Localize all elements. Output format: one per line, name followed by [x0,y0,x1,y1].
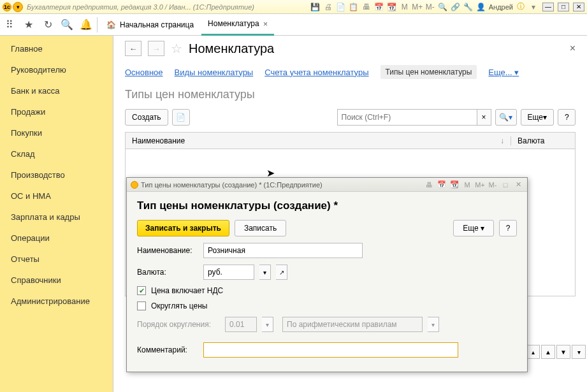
more-button[interactable]: Еще ▾ [521,109,554,126]
nav-back[interactable]: ← [125,41,141,56]
search-clear[interactable]: × [477,109,491,126]
link-pricetypes[interactable]: Типы цен номенклатуры [380,65,477,79]
round-dd: ▾ [262,317,273,332]
page-close-icon[interactable]: × [570,43,576,54]
dialog-wintitle: Тип цены номенклатуры (создание) * (1С:П… [141,181,421,189]
dialog-help-button[interactable]: ? [499,220,517,236]
sidebar-item-salary[interactable]: Зарплата и кадры [0,207,113,228]
dialog-price-type: Тип цены номенклатуры (создание) * (1С:П… [126,177,528,372]
checkbox-round[interactable] [137,301,146,310]
sidebar-item-reports[interactable]: Отчеты [0,249,113,270]
name-input[interactable] [203,243,363,258]
link-icon[interactable]: 🔗 [451,2,461,12]
save-close-button[interactable]: Записать и закрыть [137,220,229,236]
copy-icon[interactable]: 📋 [349,2,359,12]
tab-close-icon[interactable]: × [263,19,268,29]
minimize-button[interactable]: — [542,3,554,11]
label-round-order: Порядок округления: [137,320,220,329]
d-print-icon[interactable]: 🖶 [424,180,434,190]
section-links: Основное Виды номенклатуры Счета учета н… [125,65,576,79]
save-icon[interactable]: 💾 [310,2,321,12]
search-tb-icon[interactable]: 🔍 [57,14,76,36]
label-currency: Валюта: [137,268,198,277]
sidebar-item-admin[interactable]: Администрирование [0,291,113,312]
page-title: Номенклатура [189,41,274,56]
fav-star-icon[interactable]: ☆ [171,41,182,56]
mplus-icon[interactable]: M+ [412,2,423,12]
sidebar-item-stock[interactable]: Склад [0,143,113,164]
apps-icon[interactable]: ⠿ [0,14,19,36]
search-input[interactable] [337,109,477,126]
sidebar-item-manager[interactable]: Руководителю [0,59,113,80]
home-icon: 🏠 [106,20,116,29]
tools-icon[interactable]: 🔧 [463,2,474,12]
d-close-icon[interactable]: ✕ [513,180,523,190]
sidebar-item-production[interactable]: Производство [0,164,113,185]
comment-input[interactable] [203,342,458,358]
scroll-top[interactable]: ▴ [526,345,540,359]
app-titlebar: 1c ▾ Бухгалтерия предприятия, редакция 3… [0,0,587,14]
maximize-button[interactable]: □ [558,3,569,11]
sidebar-item-bank[interactable]: Банк и касса [0,80,113,101]
print-icon[interactable]: 🖨 [323,2,333,12]
mminus-icon[interactable]: M- [425,2,435,12]
doc-icon[interactable]: 📄 [336,2,346,12]
print2-icon[interactable]: 🖶 [361,2,372,12]
scroll-controls: ▴ ▲ ▼ ▾ [526,345,586,359]
scroll-up[interactable]: ▲ [541,345,555,359]
d-calc-icon[interactable]: 📅 [437,180,447,190]
dialog-more-button[interactable]: Еще ▾ [453,220,494,236]
label-name: Наименование: [137,246,198,255]
user-label[interactable]: Андрей [489,3,513,11]
close-button[interactable]: ✕ [573,3,584,11]
sort-icon: ↓ [500,136,504,145]
nav-fwd[interactable]: → [148,41,164,56]
currency-input[interactable] [203,265,254,280]
home-label: Начальная страница [120,20,194,29]
d-m-icon[interactable]: M [462,180,472,190]
history-icon[interactable]: ↻ [38,14,57,36]
adv-search-button[interactable]: 🔍▾ [495,109,517,126]
link-kinds[interactable]: Виды номенклатуры [175,68,254,77]
scroll-down[interactable]: ▼ [556,345,570,359]
sidebar-item-main[interactable]: Главное [0,38,113,59]
currency-open[interactable]: ↗ [276,265,287,280]
sidebar-item-assets[interactable]: ОС и НМА [0,185,113,207]
save-button[interactable]: Записать [235,220,286,236]
label-round: Округлять цены [151,301,207,310]
d-mplus-icon[interactable]: M+ [475,180,485,190]
link-accounts[interactable]: Счета учета номенклатуры [265,68,368,77]
bell-icon[interactable]: 🔔 [76,14,96,36]
link-main[interactable]: Основное [125,68,163,77]
sidebar-item-operations[interactable]: Операции [0,228,113,249]
dialog-titlebar[interactable]: Тип цены номенклатуры (создание) * (1С:П… [127,178,527,192]
app-logo-icon: 1c [3,3,11,11]
col-name[interactable]: Наименование↓ [126,136,511,145]
sidebar-item-sales[interactable]: Продажи [0,101,113,122]
calc-icon[interactable]: 📅 [374,2,384,12]
scroll-bottom[interactable]: ▾ [572,345,586,359]
d-mminus-icon[interactable]: M- [488,180,498,190]
info-dd[interactable]: ▾ [528,2,539,12]
star-icon[interactable]: ★ [19,14,38,36]
copy-button[interactable]: 📄 [172,109,190,126]
divider [97,17,98,33]
zoom-icon[interactable]: 🔍 [438,2,448,12]
help-button[interactable]: ? [558,109,576,126]
titlebar-dropdown[interactable]: ▾ [13,2,23,12]
info-icon[interactable]: ⓘ [516,2,526,12]
calendar-icon[interactable]: 📆 [387,2,397,12]
link-more[interactable]: Еще... ▾ [488,68,519,77]
dialog-logo-icon [131,181,138,189]
sidebar-item-catalogs[interactable]: Справочники [0,270,113,291]
home-tab[interactable]: 🏠 Начальная страница [99,14,201,36]
checkbox-vat[interactable]: ✔ [137,286,146,295]
d-cal-icon[interactable]: 📆 [449,180,460,190]
currency-dd[interactable]: ▾ [259,265,271,280]
col-currency[interactable]: Валюта [511,136,575,145]
sidebar-item-purchases[interactable]: Покупки [0,122,113,143]
tab-nomenclature[interactable]: Номенклатура × [201,14,274,36]
m-icon[interactable]: M [400,2,410,12]
create-button[interactable]: Создать [125,109,168,126]
d-max-icon[interactable]: □ [500,180,511,190]
